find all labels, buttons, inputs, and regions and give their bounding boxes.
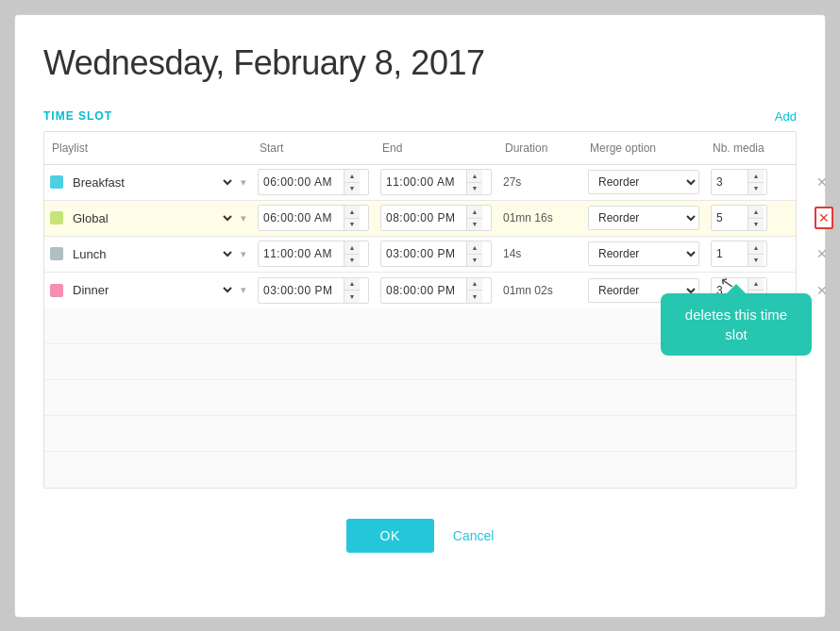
start-down-btn[interactable]: ▼ <box>344 219 360 231</box>
end-up-btn[interactable]: ▲ <box>467 241 482 255</box>
end-input-wrap: ▲ ▼ <box>380 169 492 195</box>
end-down-btn[interactable]: ▼ <box>467 291 482 303</box>
playlist-select[interactable]: Dinner <box>69 282 235 298</box>
playlist-select[interactable]: Breakfast <box>69 174 235 191</box>
nb-down-btn[interactable]: ▼ <box>748 219 764 231</box>
playlist-cell: Lunch ▾ <box>44 242 252 266</box>
nb-media-input[interactable] <box>712 281 748 300</box>
merge-select[interactable]: Reorder <box>589 171 698 193</box>
end-up-btn[interactable]: ▲ <box>467 206 482 219</box>
playlist-select[interactable]: Global <box>69 210 235 226</box>
nb-media-cell: ▲ ▼ <box>705 201 809 235</box>
nb-media-input[interactable] <box>712 244 748 263</box>
empty-row <box>44 308 796 344</box>
end-down-btn[interactable]: ▼ <box>467 255 482 267</box>
start-input[interactable] <box>259 173 344 191</box>
start-spin: ▲ ▼ <box>344 170 360 194</box>
end-input[interactable] <box>381 244 466 263</box>
nb-spin: ▲ ▼ <box>748 206 764 230</box>
delete-button[interactable]: ✕ <box>815 207 833 229</box>
end-input[interactable] <box>381 208 466 227</box>
ok-button[interactable]: OK <box>346 519 434 553</box>
delete-button[interactable]: ✕ <box>815 173 830 191</box>
merge-select-wrap: Reorder <box>588 278 699 303</box>
start-cell: ▲ ▼ <box>252 201 375 235</box>
nb-media-input[interactable] <box>712 208 748 227</box>
start-spin: ▲ ▼ <box>344 278 360 303</box>
end-up-btn[interactable]: ▲ <box>467 170 482 183</box>
merge-select[interactable]: Reorder <box>589 207 698 229</box>
start-down-btn[interactable]: ▼ <box>344 291 360 303</box>
delete-button[interactable]: ✕ <box>815 281 830 300</box>
nb-up-btn[interactable]: ▲ <box>748 278 764 291</box>
playlist-dropdown-icon: ▾ <box>241 248 246 260</box>
dialog: Wednesday, February 8, 2017 TIME SLOT Ad… <box>14 14 826 618</box>
end-up-btn[interactable]: ▲ <box>467 278 482 291</box>
nb-spin: ▲ ▼ <box>748 170 764 194</box>
cancel-button[interactable]: Cancel <box>453 528 495 543</box>
delete-cell: ✕ <box>809 203 837 233</box>
nb-media-cell: ▲ ▼ <box>705 237 809 271</box>
nb-input-wrap: ▲ ▼ <box>711 277 767 304</box>
start-input-wrap: ▲ ▼ <box>258 205 369 231</box>
nb-media-cell: ▲ ▼ <box>705 274 809 307</box>
playlist-dropdown-icon: ▾ <box>241 212 246 224</box>
duration-cell: 01mn 02s <box>497 280 582 301</box>
nb-input-wrap: ▲ ▼ <box>711 205 767 231</box>
playlist-cell: Breakfast ▾ <box>44 171 252 194</box>
start-up-btn[interactable]: ▲ <box>344 278 360 291</box>
merge-cell: Reorder <box>582 274 705 307</box>
nb-media-input[interactable] <box>712 173 748 191</box>
nb-input-wrap: ▲ ▼ <box>711 241 767 267</box>
delete-button[interactable]: ✕ <box>815 244 830 263</box>
duration-cell: 14s <box>497 243 582 264</box>
start-input[interactable] <box>259 244 344 263</box>
end-spin: ▲ ▼ <box>466 170 482 194</box>
nb-spin: ▲ ▼ <box>748 278 764 303</box>
start-down-btn[interactable]: ▼ <box>344 255 360 267</box>
nb-down-btn[interactable]: ▼ <box>748 255 764 267</box>
start-up-btn[interactable]: ▲ <box>344 170 360 183</box>
nb-input-wrap: ▲ ▼ <box>711 169 767 195</box>
empty-row <box>44 452 796 488</box>
merge-select[interactable]: Reorder <box>589 242 698 265</box>
end-cell: ▲ ▼ <box>375 237 497 271</box>
merge-cell: Reorder <box>582 238 705 270</box>
nb-up-btn[interactable]: ▲ <box>748 170 764 183</box>
add-link[interactable]: Add <box>775 109 797 124</box>
color-swatch <box>50 284 63 297</box>
end-down-btn[interactable]: ▼ <box>467 219 482 231</box>
merge-select[interactable]: Reorder <box>589 279 698 302</box>
section-label: TIME SLOT <box>43 109 112 123</box>
nb-media-cell: ▲ ▼ <box>705 165 809 199</box>
table-row: Breakfast ▾ ▲ ▼ ▲ ▼ 2 <box>44 165 796 201</box>
table-row: Dinner ▾ ▲ ▼ ▲ ▼ 01mn <box>44 273 796 308</box>
playlist-select[interactable]: Lunch <box>69 246 235 262</box>
start-input[interactable] <box>259 208 344 227</box>
color-swatch <box>50 211 63 224</box>
merge-select-wrap: Reorder <box>588 206 699 230</box>
end-spin: ▲ ▼ <box>466 206 482 230</box>
color-swatch <box>50 247 63 260</box>
start-cell: ▲ ▼ <box>252 237 375 271</box>
nb-down-btn[interactable]: ▼ <box>748 291 764 303</box>
start-spin: ▲ ▼ <box>344 241 360 266</box>
playlist-dropdown-icon: ▾ <box>241 176 246 189</box>
end-down-btn[interactable]: ▼ <box>467 183 482 195</box>
empty-row <box>44 416 796 452</box>
start-down-btn[interactable]: ▼ <box>344 183 360 195</box>
end-spin: ▲ ▼ <box>466 241 482 266</box>
nb-down-btn[interactable]: ▼ <box>748 183 764 195</box>
playlist-cell: Dinner ▾ <box>44 278 252 302</box>
nb-up-btn[interactable]: ▲ <box>748 206 764 219</box>
end-input[interactable] <box>381 281 466 300</box>
start-input[interactable] <box>259 281 344 300</box>
start-up-btn[interactable]: ▲ <box>344 241 360 255</box>
start-up-btn[interactable]: ▲ <box>344 206 360 219</box>
th-nb-media: Nb. media <box>705 138 809 158</box>
playlist-dropdown-icon: ▾ <box>241 284 246 296</box>
nb-up-btn[interactable]: ▲ <box>748 241 764 255</box>
th-playlist: Playlist <box>44 138 252 158</box>
empty-row <box>44 344 796 380</box>
end-input[interactable] <box>381 173 466 191</box>
